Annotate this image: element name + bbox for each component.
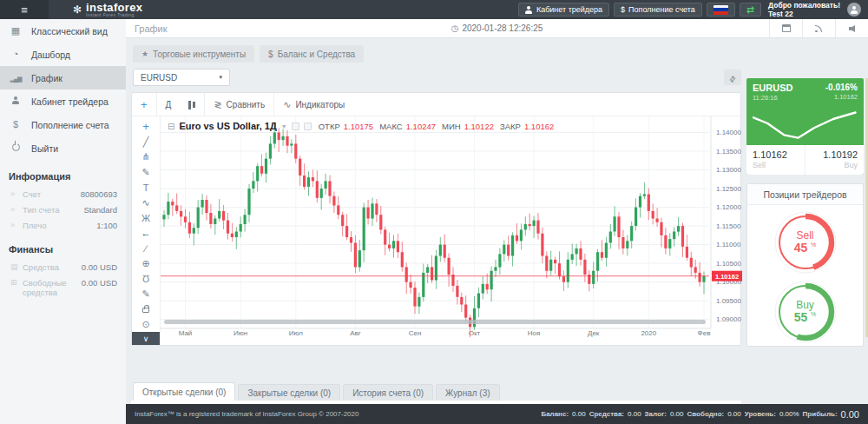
sidebar-item-label: Кабинет трейдера xyxy=(31,96,108,107)
brand-logo[interactable]: ✻ instaforex Instant Forex Trading xyxy=(49,2,142,17)
info-row: »Тип счетаStandard xyxy=(0,202,126,217)
balance-funds-label: Баланс и Средства xyxy=(278,50,356,59)
quick-buttons-row: ★ Торговые инструменты $ Баланс и Средст… xyxy=(133,45,741,63)
rss-button[interactable] xyxy=(802,19,835,37)
tab-0[interactable]: Открытые сделки (0) xyxy=(133,382,235,401)
xabcd-pattern-icon: ∿ xyxy=(141,197,149,209)
row-value: 0.00 USD xyxy=(82,262,117,272)
series-toggle-checkbox[interactable]: ⊟ xyxy=(168,122,174,131)
crosshair-tool-button[interactable]: + xyxy=(132,119,160,135)
timeframe-button[interactable]: Д xyxy=(156,93,181,116)
stat-label: Залог: xyxy=(645,410,667,418)
stat-label: Прибыль: xyxy=(803,410,838,418)
sell-gauge-percent: 45 % xyxy=(794,242,817,255)
svg-text:1.09500: 1.09500 xyxy=(716,297,741,305)
sidebar-item-classic-view[interactable]: ▦Классический вид xyxy=(0,19,126,43)
sidebar-item-label: Пополнение счета xyxy=(31,120,109,130)
svg-text:1.12500: 1.12500 xyxy=(716,185,741,193)
sidebar-item-chart[interactable]: ▂▄▆График xyxy=(0,66,126,89)
buy-label: Buy xyxy=(812,161,858,169)
balance-funds-button[interactable]: $ Баланс и Средства xyxy=(260,45,364,63)
stat-value: 0.00 xyxy=(670,410,684,418)
chevron-down-icon: ▾ xyxy=(219,74,222,81)
row-label: Счет xyxy=(23,189,81,199)
stat-value: 0.00 xyxy=(727,410,741,418)
svg-text:1.11000: 1.11000 xyxy=(716,241,741,248)
collapse-toolbar-button[interactable]: ∨ xyxy=(132,332,160,345)
sell-quote-button[interactable]: 1.10162 Sell xyxy=(746,145,806,175)
pitchfork-icon: ⋔ xyxy=(141,151,149,162)
stat-value: 0.00% xyxy=(779,410,799,418)
tab-1[interactable]: Закрытые сделки (0) xyxy=(238,384,340,401)
sidebar-item-label: Дашборд xyxy=(31,50,70,60)
quote-card[interactable]: EURUSD 11:26:16 -0.016% 1.10162 1.10162 … xyxy=(746,78,864,175)
crosshair-icon: + xyxy=(142,120,149,133)
magnet-tool-button[interactable]: Ω xyxy=(132,271,160,287)
classic-view-icon: ▦ xyxy=(0,26,31,36)
svg-text:Ноя: Ноя xyxy=(528,329,541,337)
hide-all-tool-button[interactable]: ⊙ xyxy=(132,317,160,333)
announcements-button[interactable] xyxy=(835,19,868,37)
quote-time: 11:26:16 xyxy=(753,94,792,102)
sidebar-item-dollar[interactable]: $Пополнение счета xyxy=(0,113,126,136)
symbol-select[interactable]: EURUSD ▾ xyxy=(133,69,230,86)
row-value: 0.00 USD xyxy=(82,278,117,288)
page-title: График xyxy=(126,23,168,34)
series-visibility-icon[interactable] xyxy=(292,123,299,130)
traders-positions-title: Позиции трейдеров xyxy=(747,184,863,205)
hamburger-menu-button[interactable]: ≡ xyxy=(0,0,49,19)
svg-text:Июн: Июн xyxy=(233,329,247,337)
sidebar-item-dashboard[interactable]: ◔Дашборд xyxy=(0,43,126,66)
series-title: Euro vs US Dollar, 1Д xyxy=(179,121,276,131)
crosshair-mode-button[interactable]: + xyxy=(132,93,156,116)
sell-label: Sell xyxy=(753,161,799,169)
hamburger-icon: ≡ xyxy=(21,4,28,16)
stat-value: 0.00 xyxy=(841,409,859,420)
measure-tool-button[interactable]: ∕ xyxy=(132,241,160,256)
sidebar-item-power[interactable]: Выйти xyxy=(0,136,126,160)
svg-text:1.13500: 1.13500 xyxy=(716,148,741,156)
brand-tagline: Instant Forex Trading xyxy=(86,13,142,17)
series-settings-icon[interactable] xyxy=(304,123,312,130)
stat-label: Баланс: xyxy=(541,410,569,418)
exchange-button[interactable]: ⇄ xyxy=(740,3,761,17)
person-icon xyxy=(525,6,533,14)
indicators-button[interactable]: ∿ Индикаторы xyxy=(273,93,353,116)
drawing-lock-tool-button[interactable]: ✎ xyxy=(132,287,160,302)
trading-instruments-button[interactable]: ★ Торговые инструменты xyxy=(133,45,254,63)
arrow-tool-button[interactable]: ← xyxy=(132,226,160,242)
deposit-button[interactable]: $ Пополнение счета xyxy=(614,3,702,17)
ohlc-values: ОТКР1.10175МАКС1.10247МИН1.10122ЗАКР1.10… xyxy=(316,122,555,131)
avatar[interactable] xyxy=(847,3,861,17)
row-marker-icon: ▤ xyxy=(10,262,23,271)
brush-tool-button[interactable]: ✎ xyxy=(132,165,160,181)
compare-button[interactable]: ≷ Сравнить xyxy=(204,93,273,116)
stat-label: Средства: xyxy=(589,410,624,418)
sidebar-item-person[interactable]: Кабинет трейдера xyxy=(0,89,126,113)
stat-value: 0.00 xyxy=(628,410,641,418)
buy-quote-button[interactable]: 1.10192 Buy xyxy=(806,145,864,175)
zoom-in-tool-button[interactable]: ⊕ xyxy=(132,256,160,272)
trend-line-tool-button[interactable]: ╱ xyxy=(132,135,160,150)
expand-chart-button[interactable]: ⇄ xyxy=(724,70,741,85)
clock-icon: ◷ xyxy=(451,23,459,33)
brand-text: instaforex Instant Forex Trading xyxy=(86,2,142,17)
text-tool-button[interactable]: T xyxy=(132,180,160,195)
forecast-tool-button[interactable]: Ж xyxy=(132,210,160,226)
chart-style-button[interactable] xyxy=(180,93,204,116)
chart-stage[interactable]: 1.140001.135001.130001.125001.120001.115… xyxy=(161,116,740,345)
ohlc-value: 1.10122 xyxy=(464,122,494,131)
tab-3[interactable]: Журнал (3) xyxy=(436,384,500,401)
lock-all-tool-button[interactable] xyxy=(132,301,160,317)
candlestick-chart[interactable]: 1.140001.135001.130001.125001.120001.115… xyxy=(161,116,742,339)
footer: InstaForex™ is a registered trademark of… xyxy=(126,404,868,424)
svg-text:2020: 2020 xyxy=(641,329,656,337)
trader-cabinet-button[interactable]: Кабинет трейдера xyxy=(518,3,609,17)
calendar-button[interactable] xyxy=(769,19,802,37)
xabcd-pattern-tool-button[interactable]: ∿ xyxy=(132,195,160,211)
tab-2[interactable]: История счета (0) xyxy=(343,384,433,401)
quote-symbol: EURUSD xyxy=(753,83,792,94)
language-flag-button[interactable] xyxy=(707,3,735,17)
welcome-line: Добро пожаловать! xyxy=(768,1,840,10)
pitchfork-tool-button[interactable]: ⋔ xyxy=(132,149,160,165)
